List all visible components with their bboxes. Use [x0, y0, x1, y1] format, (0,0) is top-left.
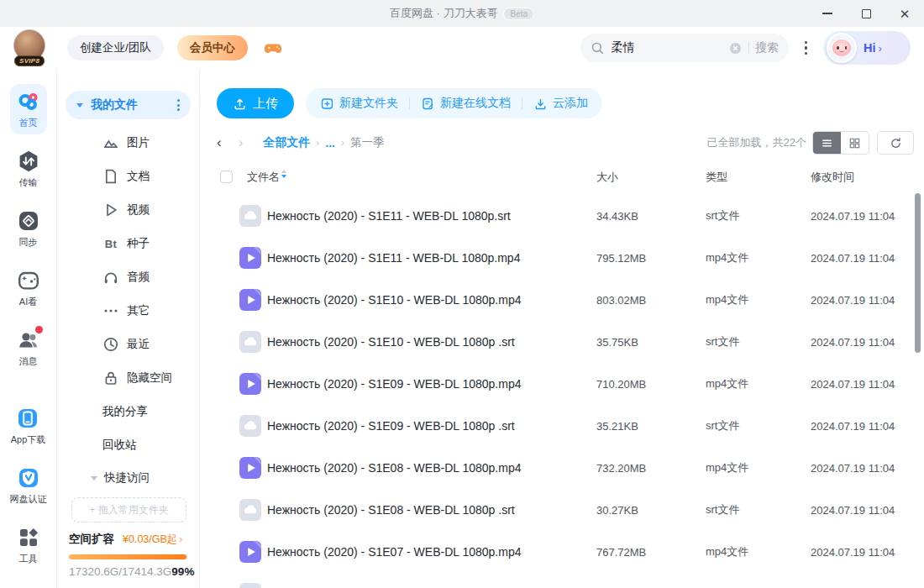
file-row[interactable]	[200, 573, 924, 588]
file-modified: 2024.07.19 11:04	[811, 489, 895, 531]
header-right: 搜索 Hi ›	[580, 31, 911, 65]
list-view-button[interactable]	[813, 132, 841, 154]
file-type: mp4文件	[706, 363, 748, 405]
file-name[interactable]: Нежность (2020) - S1E08 - WEB-DL 1080p .…	[267, 489, 515, 531]
more-menu-icon[interactable]	[800, 36, 813, 60]
column-modified[interactable]: 修改时间	[811, 170, 854, 185]
new-folder-button[interactable]: 新建文件夹	[320, 96, 398, 111]
sidebar-link[interactable]: 我的分享	[57, 395, 199, 428]
greeting-label: Hi	[864, 41, 876, 55]
scrollbar-thumb[interactable]	[915, 193, 921, 353]
storage-price-link[interactable]: ¥0.03/GB起	[123, 533, 177, 547]
refresh-button[interactable]	[877, 131, 914, 155]
file-row[interactable]: Нежность (2020) - S1E09 - WEB-DL 1080p .…	[200, 405, 924, 447]
file-name[interactable]: Нежность (2020) - S1E10 - WEB-DL 1080p.m…	[267, 279, 521, 321]
file-row[interactable]: Нежность (2020) - S1E11 - WEB-DL 1080p.s…	[200, 195, 924, 237]
search-input[interactable]	[612, 41, 722, 55]
account-avatar[interactable]: SVIP8	[13, 29, 49, 66]
file-row[interactable]: Нежность (2020) - S1E09 - WEB-DL 1080p.m…	[200, 363, 924, 405]
clear-search-icon[interactable]	[729, 42, 742, 55]
sidebar-category[interactable]: 视频	[57, 193, 199, 227]
select-all-checkbox[interactable]	[220, 171, 233, 183]
sidebar-category[interactable]: 图片	[57, 126, 199, 160]
file-type: mp4文件	[706, 237, 748, 279]
file-row[interactable]: Нежность (2020) - S1E10 - WEB-DL 1080p.m…	[200, 279, 924, 321]
search-box[interactable]: 搜索	[580, 34, 789, 62]
game-center-icon[interactable]	[263, 38, 283, 58]
file-modified: 2024.07.19 11:04	[811, 363, 895, 405]
create-team-button[interactable]: 创建企业/团队	[67, 35, 164, 60]
nav-rail: 首页 传输 同步 AI看	[0, 69, 57, 588]
nav-rail-item[interactable]: 同步	[10, 203, 47, 254]
breadcrumb-current: 第一季	[350, 135, 385, 150]
file-modified: 2024.07.19 11:04	[811, 195, 895, 237]
file-type: srt文件	[706, 405, 739, 447]
sidebar-item-quick-access[interactable]: 快捷访问	[57, 462, 199, 494]
file-row[interactable]: Нежность (2020) - S1E08 - WEB-DL 1080p.m…	[200, 447, 924, 489]
upload-button[interactable]: 上传	[217, 88, 294, 118]
file-row[interactable]: Нежность (2020) - S1E11 - WEB-DL 1080p.m…	[200, 237, 924, 279]
search-submit-button[interactable]: 搜索	[756, 40, 779, 55]
srt-file-icon	[239, 205, 261, 227]
file-name[interactable]: Нежность (2020) - S1E11 - WEB-DL 1080p.s…	[267, 195, 511, 237]
back-icon[interactable]: ‹	[217, 134, 222, 151]
nav-rail-item[interactable]: 网盘认证	[3, 460, 54, 511]
sort-icon[interactable]	[281, 170, 286, 178]
nav-rail-item[interactable]: 工具	[10, 520, 47, 570]
sidebar-category[interactable]: 隐藏空间	[57, 361, 199, 395]
file-modified: 2024.07.19 11:04	[811, 237, 895, 279]
app-window: 百度网盘 · 刀刀大表哥 Beta ✕ SVIP8 创建企业/团队 会员中心 搜…	[0, 0, 924, 588]
user-avatar	[827, 33, 857, 63]
sidebar-category[interactable]: 其它	[57, 294, 199, 328]
nav-rail-item[interactable]: App下载	[4, 401, 53, 451]
new-doc-icon	[421, 97, 435, 111]
file-size: 35.21KB	[596, 405, 638, 447]
file-name[interactable]: Нежность (2020) - S1E09 - WEB-DL 1080p.m…	[267, 363, 521, 405]
close-button[interactable]: ✕	[885, 0, 924, 27]
new-online-doc-button[interactable]: 新建在线文档	[421, 96, 511, 111]
my-files-menu-icon[interactable]	[177, 99, 180, 110]
chevron-right-icon: ›	[179, 533, 182, 545]
sidebar-link[interactable]: 回收站	[57, 428, 199, 462]
cloud-add-button[interactable]: 云添加	[533, 96, 588, 111]
grid-view-button[interactable]	[841, 132, 869, 154]
chevron-right-icon: ›	[879, 42, 882, 55]
file-size: 710.20MB	[596, 363, 646, 405]
file-row[interactable]: Нежность (2020) - S1E08 - WEB-DL 1080p .…	[200, 489, 924, 531]
nav-rail-item[interactable]: 首页	[10, 84, 47, 134]
file-row[interactable]: Нежность (2020) - S1E10 - WEB-DL 1080p .…	[200, 321, 924, 363]
nav-rail-item[interactable]: AI看	[10, 263, 47, 313]
user-pill[interactable]: Hi ›	[823, 31, 911, 65]
file-name[interactable]: Нежность (2020) - S1E08 - WEB-DL 1080p.m…	[267, 447, 521, 489]
breadcrumb-ellipsis[interactable]: ...	[325, 136, 335, 150]
file-name[interactable]: Нежность (2020) - S1E11 - WEB-DL 1080p.m…	[267, 237, 520, 279]
file-name[interactable]: Нежность (2020) - S1E10 - WEB-DL 1080p .…	[267, 321, 515, 363]
sidebar-category[interactable]: 音频	[57, 260, 199, 294]
file-size: 767.72MB	[596, 531, 646, 573]
storage-usage: 17320.6G/17414.3G99%	[69, 565, 187, 578]
sidebar-category[interactable]: 最近	[57, 328, 199, 361]
main-panel: 上传 新建文件夹 新建在线文档 云添加	[200, 69, 924, 588]
member-center-button[interactable]: 会员中心	[177, 35, 248, 60]
column-name[interactable]: 文件名	[247, 170, 280, 185]
more-icon	[102, 302, 119, 319]
file-type: srt文件	[706, 195, 739, 237]
sidebar-category[interactable]: 文档	[57, 160, 199, 193]
column-size[interactable]: 大小	[596, 170, 618, 185]
sidebar-category[interactable]: Bt 种子	[57, 227, 199, 260]
forward-icon[interactable]: ›	[239, 134, 244, 151]
file-name[interactable]: Нежность (2020) - S1E07 - WEB-DL 1080p.m…	[267, 531, 521, 573]
column-type[interactable]: 类型	[706, 170, 727, 185]
table-header: 文件名 大小 类型 修改时间	[200, 165, 924, 190]
file-row[interactable]: Нежность (2020) - S1E07 - WEB-DL 1080p.m…	[200, 531, 924, 573]
srt-file-icon	[239, 415, 261, 437]
nav-rail-item[interactable]: 消息	[10, 323, 47, 373]
nav-rail-item[interactable]: 传输	[10, 144, 47, 194]
file-name[interactable]: Нежность (2020) - S1E09 - WEB-DL 1080p .…	[267, 405, 515, 447]
sidebar-item-my-files[interactable]: 我的文件	[66, 91, 191, 119]
breadcrumb-root[interactable]: 全部文件	[263, 135, 310, 150]
minimize-button[interactable]	[808, 0, 847, 27]
app-download-icon	[16, 407, 39, 430]
maximize-button[interactable]	[847, 0, 885, 27]
drop-zone[interactable]: + 拖入常用文件夹	[71, 497, 186, 522]
